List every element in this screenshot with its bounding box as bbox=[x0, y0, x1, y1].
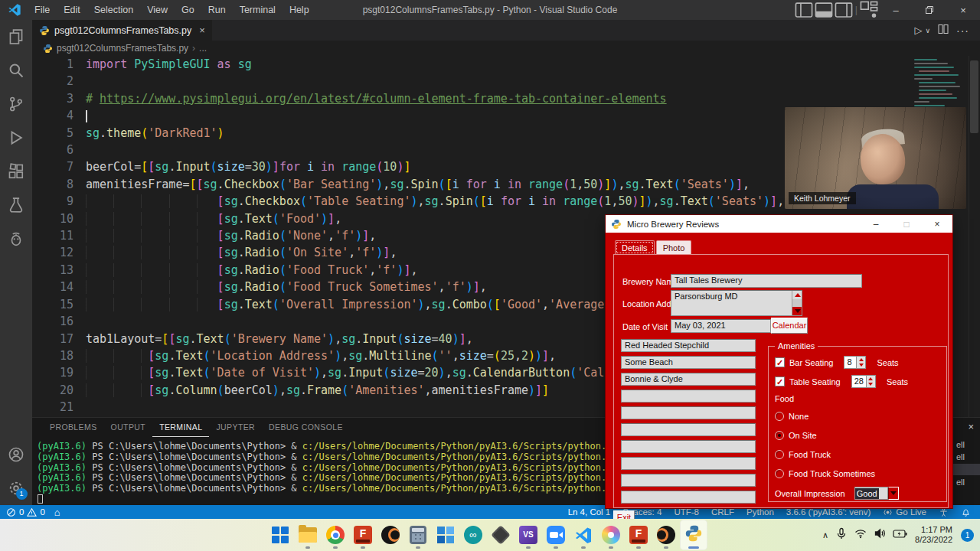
taskbar-visual-studio-icon[interactable]: VS bbox=[514, 520, 542, 550]
menu-go[interactable]: Go bbox=[175, 0, 201, 20]
statusbar-ln[interactable]: Ln 4, Col 1 bbox=[568, 507, 611, 517]
spinner-arrows-icon[interactable] bbox=[867, 375, 876, 388]
activitybar-files-icon[interactable] bbox=[0, 20, 32, 54]
code-line[interactable]: 1import PySimpleGUI as sg bbox=[32, 56, 980, 73]
radio-none[interactable] bbox=[775, 412, 784, 421]
beer-input-7[interactable] bbox=[621, 440, 756, 453]
beer-input-8[interactable] bbox=[621, 457, 756, 470]
taskbar-fusion360-2-icon[interactable]: F bbox=[625, 520, 652, 550]
restore-button[interactable] bbox=[913, 0, 946, 20]
brewery-tab-photo[interactable]: Photo bbox=[656, 240, 692, 255]
breadcrumb-file[interactable]: psgt012ColumnsFramesTabs.py bbox=[57, 43, 188, 54]
overall-impression-combo[interactable]: Good bbox=[854, 487, 899, 500]
taskbar-zoom-icon[interactable] bbox=[542, 520, 570, 550]
minimize-button[interactable]: – bbox=[879, 0, 913, 20]
activitybar-run-debug-icon[interactable] bbox=[0, 121, 32, 155]
taskbar-calculator-icon[interactable] bbox=[404, 520, 432, 550]
scroll-down-icon[interactable] bbox=[792, 307, 802, 315]
table-seating-checkbox[interactable]: ✓ bbox=[775, 377, 785, 386]
toggle-panel-icon[interactable] bbox=[794, 0, 814, 20]
menu-run[interactable]: Run bbox=[201, 0, 233, 20]
brewery-minimize-button[interactable]: – bbox=[861, 219, 891, 230]
multiline-scrollbar[interactable] bbox=[792, 291, 802, 315]
activitybar-source-control-icon[interactable] bbox=[0, 87, 32, 121]
breadcrumb[interactable]: psgt012ColumnsFramesTabs.py › ... bbox=[32, 41, 980, 56]
radio-food-truck-sometimes[interactable] bbox=[775, 469, 784, 478]
warnings-count[interactable]: 0 bbox=[40, 507, 44, 517]
shell-list-item[interactable]: ell bbox=[953, 452, 980, 462]
taskbar-paint-app-icon[interactable] bbox=[597, 520, 625, 550]
beer-input-6[interactable] bbox=[621, 423, 756, 436]
tab-close-icon[interactable]: × bbox=[199, 24, 205, 36]
beer-input-1[interactable]: Red Headed Stepchild bbox=[621, 339, 756, 352]
battery-icon[interactable] bbox=[893, 528, 908, 542]
run-python-file-icon[interactable]: ▷ bbox=[914, 24, 922, 36]
code-line[interactable]: 2 bbox=[32, 73, 980, 90]
menu-selection[interactable]: Selection bbox=[87, 0, 140, 20]
split-editor-icon[interactable] bbox=[938, 24, 949, 37]
beer-input-9[interactable] bbox=[621, 474, 756, 487]
combo-dropdown-icon[interactable] bbox=[888, 487, 899, 500]
warnings-icon[interactable] bbox=[27, 507, 37, 517]
tray-expand-icon[interactable]: ∧ bbox=[822, 530, 828, 540]
calendar-button[interactable]: Calendar bbox=[771, 318, 808, 334]
panel-tab-output[interactable]: OUTPUT bbox=[104, 418, 153, 437]
location-address-multiline[interactable]: Parsonsburg MD bbox=[671, 290, 802, 316]
beer-input-5[interactable] bbox=[621, 406, 756, 419]
menu-file[interactable]: File bbox=[28, 0, 57, 20]
bar-seats-spinner[interactable]: 8 bbox=[844, 356, 866, 369]
beer-input-4[interactable] bbox=[621, 390, 756, 403]
shell-list-item[interactable]: ell bbox=[953, 439, 980, 450]
radio-on-site[interactable] bbox=[775, 431, 784, 440]
taskbar-fusion360-icon[interactable]: F bbox=[349, 520, 377, 550]
radio-food-truck[interactable] bbox=[775, 450, 784, 459]
brewery-titlebar[interactable]: Micro Brewery Reviews – □ × bbox=[606, 215, 952, 233]
activitybar-testing-icon[interactable] bbox=[0, 188, 32, 222]
panel-close-icon[interactable]: × bbox=[968, 421, 974, 432]
microphone-icon[interactable] bbox=[835, 527, 848, 543]
breadcrumb-ellipsis[interactable]: ... bbox=[199, 43, 207, 54]
activitybar-account-icon[interactable] bbox=[0, 438, 32, 471]
taskbar-camtasia-icon[interactable] bbox=[377, 520, 404, 550]
code-line[interactable]: 3# https://www.pysimplegui.org/en/latest… bbox=[32, 90, 980, 107]
activitybar-jupyter-icon[interactable] bbox=[0, 222, 32, 256]
wifi-icon[interactable] bbox=[854, 527, 867, 543]
customize-layout-icon[interactable] bbox=[859, 0, 879, 20]
tray-clock[interactable]: 1:17 PM 8/23/2022 bbox=[915, 525, 952, 545]
run-dropdown-chevron-icon[interactable]: ∨ bbox=[925, 27, 930, 34]
beer-input-2[interactable]: Some Beach bbox=[621, 356, 756, 369]
toggle-bottom-panel-icon[interactable] bbox=[814, 0, 834, 20]
errors-count[interactable]: 0 bbox=[19, 507, 24, 517]
panel-tab-debug-console[interactable]: DEBUG CONSOLE bbox=[262, 418, 350, 437]
panel-tab-terminal[interactable]: TERMINAL bbox=[152, 418, 209, 437]
brewery-close-button[interactable]: × bbox=[922, 219, 952, 230]
scrollbar-thumb[interactable] bbox=[970, 60, 978, 133]
beer-input-3[interactable]: Bonnie & Clyde bbox=[621, 373, 756, 386]
taskbar-pysimplegui-app-icon[interactable] bbox=[680, 520, 707, 550]
shell-list-item[interactable]: ell bbox=[953, 477, 980, 487]
notification-badge[interactable]: 1 bbox=[961, 529, 974, 542]
close-window-button[interactable]: × bbox=[946, 0, 980, 20]
editor-scrollbar[interactable] bbox=[969, 56, 980, 417]
scroll-up-icon[interactable] bbox=[792, 291, 802, 299]
activitybar-settings-icon[interactable]: 1 bbox=[0, 471, 32, 505]
taskbar-file-explorer-icon[interactable] bbox=[294, 520, 322, 550]
taskbar-chrome-icon[interactable] bbox=[322, 520, 349, 550]
brewery-maximize-button[interactable]: □ bbox=[891, 219, 922, 230]
panel-tab-jupyter[interactable]: JUPYTER bbox=[209, 418, 262, 437]
menu-terminal[interactable]: Terminal bbox=[233, 0, 283, 20]
spinner-arrows-icon[interactable] bbox=[857, 356, 866, 369]
date-of-visit-input[interactable]: May 03, 2021 bbox=[671, 319, 771, 333]
brewery-name-input[interactable]: Tall Tales Brewery bbox=[671, 274, 862, 288]
bell-icon[interactable] bbox=[961, 507, 971, 517]
activitybar-search-icon[interactable] bbox=[0, 54, 32, 87]
taskbar-arduino-icon[interactable]: ∞ bbox=[459, 520, 487, 550]
editor-tab[interactable]: psgt012ColumnsFramesTabs.py × bbox=[32, 20, 213, 41]
taskbar-vscode-icon[interactable] bbox=[570, 520, 597, 550]
menu-help[interactable]: Help bbox=[283, 0, 316, 20]
errors-icon[interactable] bbox=[6, 507, 16, 517]
home-icon[interactable]: ⌂ bbox=[54, 507, 60, 518]
table-seats-spinner[interactable]: 28 bbox=[851, 375, 876, 388]
taskbar-camtasia-2-icon[interactable] bbox=[652, 520, 680, 550]
menu-view[interactable]: View bbox=[140, 0, 175, 20]
